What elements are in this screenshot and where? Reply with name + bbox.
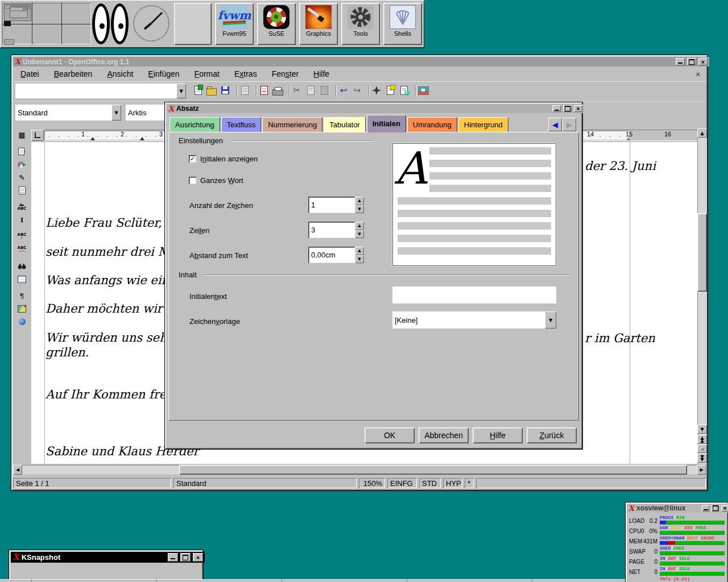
close-document-icon[interactable]: × — [690, 70, 706, 78]
paragraph-style-input[interactable] — [15, 105, 111, 120]
save-button[interactable] — [219, 84, 231, 97]
maximize-button[interactable] — [687, 58, 696, 65]
fvwm-pager[interactable]: Un Absat — [2, 3, 91, 44]
maximize-button[interactable] — [180, 553, 191, 562]
copy-button[interactable] — [304, 84, 317, 97]
style-dropdown-button[interactable]: ▼ — [111, 105, 121, 120]
autospellcheck-button[interactable]: ABC~~ — [16, 243, 28, 256]
insert-object-button[interactable]: ▶ — [16, 158, 28, 171]
undo-button[interactable]: ↩ — [337, 84, 350, 97]
char-style-input[interactable] — [392, 311, 545, 329]
dropcap-text-input[interactable] — [392, 286, 556, 304]
spin-up-button[interactable]: ▲ — [355, 247, 364, 255]
draw-functions-button[interactable]: ✎ — [16, 171, 28, 184]
spin-down-button[interactable]: ▼ — [355, 205, 364, 214]
scroll-left-button[interactable]: ◀ — [13, 465, 22, 475]
menu-extras[interactable]: Ex̲tras — [227, 67, 264, 81]
print-button[interactable] — [271, 84, 284, 97]
close-button[interactable]: × — [698, 58, 708, 65]
url-dropdown-button[interactable]: ▼ — [176, 84, 186, 98]
minimize-button[interactable] — [676, 58, 685, 65]
menu-fenster[interactable]: Fens̲ter — [264, 67, 306, 81]
menu-hilfe[interactable]: H̲ilfe — [306, 67, 337, 81]
data-sources-button[interactable] — [16, 273, 28, 285]
status-style[interactable]: Standard — [173, 478, 357, 488]
spin-up-button[interactable]: ▲ — [355, 222, 364, 230]
status-insert-mode[interactable]: EINFG — [387, 478, 417, 488]
scroll-down-button[interactable]: ▼ — [697, 425, 707, 434]
minimize-button[interactable] — [168, 553, 178, 562]
redo-button[interactable]: ↪ — [351, 84, 363, 97]
tab-initialen[interactable]: Initialen — [367, 115, 406, 132]
status-zoom[interactable]: 150% — [359, 478, 385, 488]
url-combobox[interactable]: ▼ — [15, 84, 186, 98]
insert-fields-button[interactable]: ▶ — [16, 145, 28, 157]
panel-button-suse[interactable]: SuSE — [257, 3, 296, 45]
char-style-dropdown-button[interactable]: ▼ — [545, 311, 556, 329]
office-titlebar[interactable]: X Unbenannt1 - OpenOffice.org 1.1 × — [13, 57, 709, 66]
xosview-titlebar[interactable]: X xosview@linux × — [627, 504, 728, 513]
find-replace-button[interactable] — [16, 260, 28, 272]
minimize-button[interactable] — [702, 505, 709, 512]
right-indent-marker[interactable] — [626, 137, 631, 140]
maximize-button[interactable] — [712, 505, 719, 512]
taskbar-edge[interactable] — [0, 579, 626, 582]
nonprinting-characters-button[interactable]: ¶ — [16, 289, 28, 302]
tab-tabulator[interactable]: Tabulator — [324, 117, 365, 132]
indent-marker[interactable] — [90, 137, 95, 140]
menu-ansicht[interactable]: A̲nsicht — [100, 67, 140, 81]
stylist-button[interactable] — [384, 84, 396, 97]
scroll-right-button[interactable]: ▶ — [697, 465, 706, 475]
cancel-button[interactable]: Abbrechen — [419, 427, 469, 443]
lines-spinner[interactable]: ▲ ▼ — [308, 222, 364, 238]
tab-hintergrund[interactable]: Hintergrund — [458, 117, 508, 132]
form-functions-button[interactable] — [16, 184, 28, 197]
vertical-scrollbar[interactable]: ▲ ▼ ▲▲ ▼▼ — [697, 128, 707, 464]
horizontal-scrollbar[interactable]: ◀ ▶ — [13, 465, 707, 475]
lines-input[interactable] — [308, 222, 355, 238]
new-document-button[interactable] — [192, 84, 204, 97]
previous-page-button[interactable]: ▲▲ — [697, 435, 707, 444]
num-chars-input[interactable] — [308, 197, 355, 213]
tab-scroll-right-button[interactable]: ▶ — [562, 118, 576, 131]
paragraph-style-combobox[interactable]: ▼ — [15, 105, 121, 120]
insert-table-button[interactable]: ▦ — [16, 128, 28, 141]
panel-button-tools[interactable]: Tools — [341, 3, 380, 45]
menu-datei[interactable]: D̲atei — [13, 67, 47, 81]
graphics-onoff-button[interactable]: ✕ — [16, 302, 28, 315]
status-selection-mode[interactable]: STD — [419, 478, 441, 488]
pager-mini-window[interactable] — [4, 39, 14, 45]
panel-button-shells[interactable]: Shells — [383, 3, 422, 45]
menu-format[interactable]: F̲ormat — [187, 67, 227, 81]
gallery-button[interactable] — [417, 84, 429, 97]
spin-down-button[interactable]: ▼ — [355, 255, 364, 264]
url-input[interactable] — [15, 84, 176, 98]
show-dropcaps-checkbox[interactable]: ✓ In̲itialen anzeigen — [189, 155, 258, 163]
close-button[interactable]: × — [574, 105, 582, 112]
maximize-button[interactable] — [563, 105, 572, 112]
online-layout-button[interactable] — [16, 315, 28, 328]
num-chars-spinner[interactable]: ▲ ▼ — [308, 197, 364, 213]
paste-button[interactable] — [318, 84, 330, 97]
dialog-titlebar[interactable]: X Absatz × — [167, 104, 584, 113]
tab-stop-type-button[interactable] — [31, 130, 44, 141]
cut-button[interactable]: ✂ — [291, 84, 303, 97]
whole-word-checkbox[interactable]: Ganzes W̲ort — [189, 176, 243, 185]
tab-ausrichtung[interactable]: Ausrichtung — [169, 117, 220, 132]
export-pdf-button[interactable] — [258, 84, 270, 97]
minimize-button[interactable] — [552, 105, 561, 112]
tab-scroll-left-button[interactable]: ◀ — [548, 118, 562, 131]
spellcheck-button[interactable]: ABC✓ — [16, 230, 28, 243]
vertical-scroll-thumb[interactable] — [697, 213, 707, 292]
menu-bearbeiten[interactable]: B̲earbeiten — [47, 67, 100, 81]
pager-mini-window[interactable] — [4, 21, 11, 26]
distance-spinner[interactable]: ▲ ▼ — [308, 247, 364, 263]
tab-nummerierung[interactable]: Nummerierung — [262, 117, 322, 132]
status-page[interactable]: Seite 1 / 1 — [13, 478, 171, 488]
panel-button-fvwm95[interactable]: fvwm Fvwm95 — [215, 3, 254, 45]
tab-textfluss[interactable]: Textfluss — [221, 117, 262, 132]
autotext-button[interactable]: A▸ABC — [16, 201, 28, 213]
empty-panel-button[interactable] — [174, 3, 212, 45]
scroll-up-button[interactable]: ▲ — [697, 128, 707, 138]
next-page-button[interactable]: ▼▼ — [697, 454, 707, 463]
